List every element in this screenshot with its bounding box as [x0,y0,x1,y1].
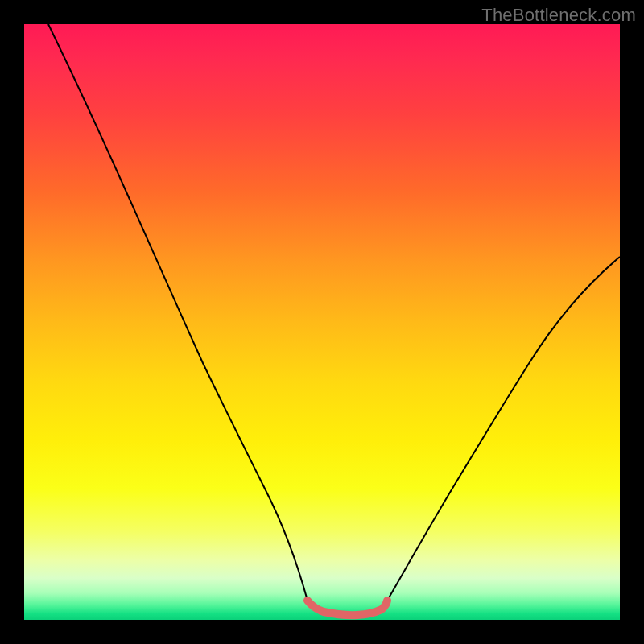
watermark-text: TheBottleneck.com [481,5,636,26]
chart-frame: TheBottleneck.com [0,0,644,644]
plot-area [24,24,620,620]
optimal-range-highlight [308,601,387,615]
bottleneck-curve-left [48,24,308,601]
curve-svg [24,24,620,620]
bottleneck-curve-right [387,257,620,601]
